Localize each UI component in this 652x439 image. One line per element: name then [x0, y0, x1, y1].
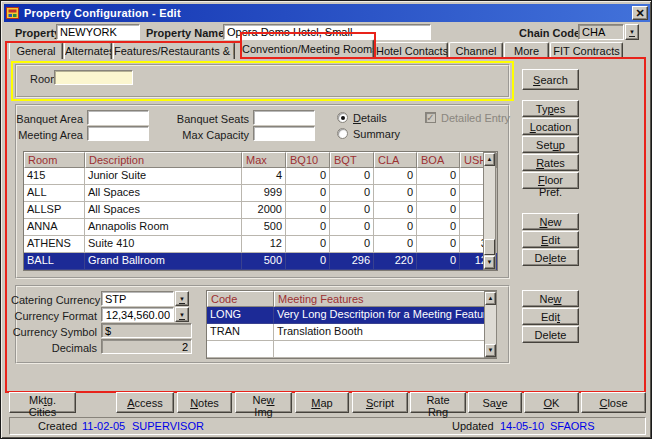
- close-window-button[interactable]: ✕: [632, 6, 648, 20]
- features-delete-button[interactable]: Delete: [522, 326, 579, 343]
- currency-format-dropdown-button[interactable]: ▼: [175, 307, 189, 322]
- property-input[interactable]: [56, 24, 140, 40]
- script-button[interactable]: Script: [352, 392, 408, 413]
- max-capacity-input[interactable]: [253, 126, 315, 141]
- floor-pref-button[interactable]: Floor Pref.: [522, 172, 579, 189]
- rooms-row-anna[interactable]: ANNA Annapolis Room 500 0 0 0 0 0: [24, 219, 497, 236]
- map-button[interactable]: Map: [295, 392, 349, 413]
- cell-max: 500: [242, 219, 286, 236]
- chain-code-dropdown-button[interactable]: ▼: [625, 24, 639, 40]
- features-edit-button[interactable]: Edit: [522, 308, 579, 325]
- cell-cla: 0: [374, 185, 417, 202]
- location-button[interactable]: Location: [522, 118, 579, 135]
- chain-code-label: Chain Code: [519, 27, 580, 39]
- banquet-seats-input[interactable]: [253, 110, 315, 125]
- notes-button[interactable]: Notes: [177, 392, 232, 413]
- access-button[interactable]: Access: [116, 392, 174, 413]
- created-user: SUPERVISOR: [132, 418, 204, 434]
- tab-features-restaurants-pos[interactable]: Features/Restaurants & POS: [113, 42, 235, 59]
- rooms-delete-button[interactable]: Delete: [522, 249, 579, 266]
- annotation-line-right: [644, 57, 646, 393]
- rooms-scrollbar[interactable]: ▲ ▼: [483, 152, 496, 270]
- rooms-row-athens[interactable]: ATHENS Suite 410 12 0 0 0 0 30: [24, 236, 497, 253]
- meeting-area-input[interactable]: [87, 126, 149, 141]
- close-button[interactable]: Close: [581, 392, 646, 413]
- cell-bqt: 0: [330, 219, 374, 236]
- cell-description: All Spaces: [85, 185, 242, 202]
- features-col-code: Code: [207, 291, 274, 307]
- catering-currency-dropdown-button[interactable]: ▼: [175, 291, 189, 306]
- scroll-thumb[interactable]: [484, 239, 495, 255]
- features-new-button[interactable]: New: [522, 290, 579, 307]
- annotation-box-active-tab: [240, 32, 376, 59]
- summary-radio[interactable]: [337, 128, 348, 139]
- combo-arrow-icon: ▼: [179, 296, 185, 304]
- currency-format-input[interactable]: [101, 307, 174, 322]
- tab-alternates[interactable]: Alternates: [64, 42, 112, 59]
- setup-button[interactable]: Setup: [522, 136, 579, 153]
- rooms-edit-button[interactable]: Edit: [522, 231, 579, 248]
- banquet-area-input[interactable]: [87, 110, 149, 125]
- details-radio[interactable]: [337, 112, 348, 123]
- status-bar: Created 11-02-05 SUPERVISOR Updated 14-0…: [9, 417, 646, 435]
- arrow-down-icon: ▼: [487, 259, 493, 265]
- scroll-up-button[interactable]: ▲: [485, 292, 496, 305]
- currency-symbol-input: [101, 323, 192, 338]
- rate-rng-button[interactable]: Rate Rng: [410, 392, 466, 413]
- meeting-features-table: Code Meeting Features LONG Very Long Des…: [206, 290, 497, 359]
- cell-room: BALL: [24, 253, 85, 270]
- rooms-row-415[interactable]: 415 Junior Suite 4 0 0 0 0 0: [24, 168, 497, 185]
- cell-max: 2000: [242, 202, 286, 219]
- features-row-tran[interactable]: TRAN Translation Booth: [207, 324, 496, 341]
- rooms-col-description: Description: [85, 152, 242, 168]
- rooms-row-ball-selected[interactable]: BALL Grand Ballroom 500 0 296 220 0 126: [24, 253, 497, 270]
- scroll-up-button[interactable]: ▲: [484, 153, 495, 166]
- meeting-area-label: Meeting Area: [15, 129, 83, 141]
- rooms-row-allsp[interactable]: ALLSP All Spaces 2000 0 0 0 0 0: [24, 202, 497, 219]
- tab-general[interactable]: General: [9, 42, 63, 59]
- rooms-col-cla: CLA: [374, 152, 417, 168]
- room-annotation-highlight: [11, 61, 514, 101]
- types-button[interactable]: Types: [522, 100, 579, 117]
- rooms-new-button[interactable]: New: [522, 213, 579, 230]
- cell-bqt: 0: [330, 168, 374, 185]
- rates-button[interactable]: Rates: [522, 154, 579, 171]
- created-label: Created: [38, 418, 77, 434]
- features-row-long-selected[interactable]: LONG Very Long Descritpion for a Meeting…: [207, 307, 496, 324]
- cell-code: LONG: [207, 307, 274, 324]
- ok-button[interactable]: OK: [524, 392, 579, 413]
- cell-boa: 0: [417, 236, 460, 253]
- arrow-up-icon: ▲: [487, 156, 493, 162]
- chain-code-input[interactable]: [578, 24, 624, 40]
- save-button[interactable]: Save: [468, 392, 522, 413]
- rooms-table: Room Description Max BQ10 BQT CLA BOA US…: [23, 151, 498, 271]
- cell-description: Annapolis Room: [85, 219, 242, 236]
- summary-radio-label[interactable]: Summary: [353, 128, 400, 140]
- scroll-down-button[interactable]: ▼: [484, 256, 495, 269]
- cell-room: ATHENS: [24, 236, 85, 253]
- rooms-col-boa: BOA: [417, 152, 460, 168]
- search-button[interactable]: Search: [522, 69, 579, 90]
- cell-feature-description: [274, 341, 496, 358]
- scroll-down-button[interactable]: ▼: [485, 344, 496, 357]
- rooms-row-all[interactable]: ALL All Spaces 999 0 0 0 0 0: [24, 185, 497, 202]
- title-bar[interactable]: Property Configuration - Edit ✕: [4, 4, 650, 22]
- cell-feature-description: Very Long Descritpion for a Meeting Feat…: [274, 307, 496, 324]
- features-scrollbar[interactable]: ▲ ▼: [484, 291, 497, 358]
- features-table-header: Code Meeting Features: [207, 291, 496, 307]
- property-name-label: Property Name: [146, 27, 224, 39]
- catering-currency-label: Catering Currency: [11, 294, 97, 306]
- new-img-button[interactable]: New Img: [235, 392, 292, 413]
- currency-symbol-label: Currency Symbol: [11, 326, 97, 338]
- cell-cla: 0: [374, 219, 417, 236]
- features-row-empty[interactable]: [207, 341, 496, 358]
- cell-bq10: 0: [286, 185, 330, 202]
- decimals-input: [101, 339, 192, 354]
- details-radio-label[interactable]: Details: [353, 112, 387, 124]
- cell-description: Junior Suite: [85, 168, 242, 185]
- decimals-label: Decimals: [11, 342, 97, 354]
- catering-currency-input[interactable]: [101, 291, 174, 306]
- max-capacity-label: Max Capacity: [176, 129, 249, 141]
- mktg-cities-button[interactable]: Mktg. Cities: [9, 392, 76, 413]
- cell-boa: 0: [417, 185, 460, 202]
